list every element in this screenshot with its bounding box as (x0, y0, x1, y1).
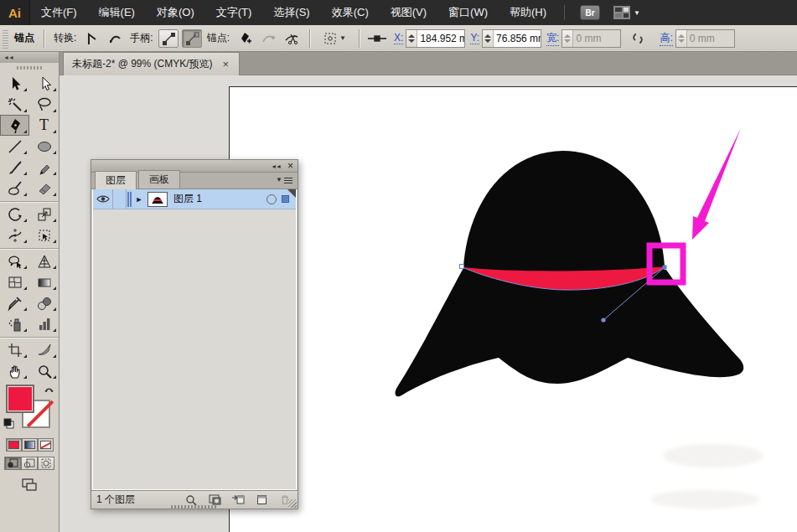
blend-tool[interactable] (29, 292, 59, 313)
controlbar-grip[interactable] (3, 28, 8, 49)
panel-resize-grip[interactable] (288, 499, 297, 508)
menu-bar: Ai 文件(F) 编辑(E) 对象(O) 文字(T) 选择(S) 效果(C) 视… (0, 0, 797, 25)
eraser-tool[interactable] (29, 178, 59, 199)
magic-wand-tool[interactable] (0, 94, 29, 115)
type-tool[interactable]: T (29, 115, 59, 136)
free-transform-tool[interactable] (29, 225, 59, 245)
illustrator-window: Ai 文件(F) 编辑(E) 对象(O) 文字(T) 选择(S) 效果(C) 视… (0, 0, 797, 532)
ellipse-tool[interactable] (29, 136, 59, 157)
artboard-tool[interactable] (0, 339, 29, 360)
screen-mode-button[interactable] (0, 478, 59, 492)
menu-edit[interactable]: 编辑(E) (88, 0, 146, 25)
layer-count: 1 个图层 (96, 493, 175, 507)
tab-artboards[interactable]: 画板 (138, 170, 180, 189)
scale-tool[interactable] (29, 204, 59, 225)
tab-layers[interactable]: 图层 (95, 171, 137, 189)
right-anchor-point[interactable] (663, 266, 667, 270)
menu-view[interactable]: 视图(V) (380, 0, 437, 25)
tools-panel-header[interactable]: ◄◄ (0, 52, 59, 63)
shape-builder-tool[interactable] (0, 251, 29, 271)
layers-panel-tabs: 图层 画板 ▼ (91, 173, 298, 189)
direct-selection-tool[interactable] (29, 73, 59, 94)
bridge-button[interactable]: Br (580, 5, 600, 20)
draw-inside-button[interactable] (38, 457, 54, 470)
zoom-tool[interactable] (29, 360, 59, 381)
y-spinner[interactable] (483, 30, 494, 47)
collapse-panel-icon[interactable]: ◄◄ (3, 54, 13, 60)
selection-tool[interactable] (0, 73, 29, 94)
bezier-handle-point[interactable] (601, 318, 605, 322)
remove-anchor-button[interactable] (258, 29, 278, 48)
y-field[interactable]: 76.856 mm (482, 29, 541, 48)
x-spinner[interactable] (406, 30, 417, 47)
layer-thumbnail[interactable] (147, 192, 168, 207)
layer-target-circle[interactable] (267, 194, 277, 204)
expand-layer-icon[interactable]: ► (133, 189, 145, 209)
layer-name[interactable]: 图层 1 (170, 192, 267, 206)
show-handles-button[interactable] (158, 29, 179, 48)
none-button[interactable] (38, 438, 54, 452)
paintbrush-tool[interactable] (0, 157, 29, 178)
hat-crown-shape[interactable] (463, 151, 665, 271)
mesh-tool[interactable] (0, 271, 29, 292)
lock-toggle[interactable] (113, 189, 127, 209)
drawing-mode-buttons (0, 457, 59, 470)
line-segment-tool[interactable] (0, 136, 29, 157)
fill-swatch[interactable] (6, 385, 34, 413)
menu-object[interactable]: 对象(O) (146, 0, 205, 25)
draw-normal-button[interactable] (4, 457, 21, 470)
slice-tool[interactable] (29, 339, 59, 360)
default-swatches-icon[interactable] (3, 418, 15, 432)
add-anchor-button[interactable] (235, 29, 255, 48)
isolate-selection-button[interactable]: ▼ (318, 29, 351, 48)
menu-separator (564, 5, 565, 20)
tools-panel-grip[interactable] (0, 63, 59, 73)
gradient-tool[interactable] (29, 271, 59, 292)
menu-window[interactable]: 窗口(W) (437, 0, 499, 25)
dropdown-arrow-icon: ▼ (339, 34, 346, 42)
color-type-buttons (0, 438, 59, 452)
blob-brush-tool[interactable] (0, 178, 29, 199)
perspective-grid-tool[interactable] (29, 251, 59, 271)
menu-help[interactable]: 帮助(H) (499, 0, 557, 25)
cut-path-button[interactable] (282, 29, 302, 48)
new-layer-icon[interactable] (254, 493, 269, 507)
convert-label: 转换: (54, 31, 76, 45)
workspace-switcher[interactable]: ▼ (613, 6, 640, 19)
convert-to-smooth-button[interactable] (105, 29, 125, 48)
hand-tool[interactable] (0, 360, 29, 381)
layer-row[interactable]: ► 图层 1 (93, 189, 296, 209)
panel-bottom-grip[interactable] (171, 505, 218, 509)
x-label: X: (394, 32, 403, 44)
panel-menu-icon[interactable]: ▼ (276, 176, 292, 183)
collapse-icons-icon[interactable]: ◄◄ (271, 163, 281, 169)
pencil-tool[interactable] (29, 157, 59, 178)
pen-tool[interactable] (0, 115, 29, 136)
menu-file[interactable]: 文件(F) (30, 0, 88, 25)
left-anchor-point[interactable] (460, 265, 464, 269)
panel-close-icon[interactable]: × (287, 162, 293, 170)
eyedropper-tool[interactable] (0, 292, 29, 313)
width-tool[interactable] (0, 225, 29, 245)
symbol-sprayer-tool[interactable] (0, 313, 29, 334)
tools-panel: ◄◄ T (0, 52, 60, 532)
color-button[interactable] (6, 438, 22, 452)
document-tab[interactable]: 未标题-2* @ 99% (CMYK/预览) × (63, 52, 240, 75)
visibility-toggle[interactable] (93, 189, 113, 209)
hide-handles-button[interactable] (182, 29, 202, 48)
menu-type[interactable]: 文字(T) (205, 0, 263, 25)
draw-behind-button[interactable] (21, 457, 38, 470)
swap-fill-stroke-icon[interactable] (44, 385, 55, 399)
ai-logo-icon[interactable]: Ai (0, 0, 30, 25)
rotate-tool[interactable] (0, 204, 29, 225)
menu-effect[interactable]: 效果(C) (321, 0, 380, 25)
gradient-button[interactable] (22, 438, 38, 452)
menu-select[interactable]: 选择(S) (262, 0, 320, 25)
x-field[interactable]: 184.952 m (406, 29, 465, 48)
constrain-proportions-icon[interactable] (628, 29, 648, 48)
new-sublayer-icon[interactable] (230, 493, 246, 507)
column-graph-tool[interactable] (29, 313, 59, 334)
lasso-tool[interactable] (29, 94, 59, 115)
tab-close-icon[interactable]: × (221, 58, 231, 70)
convert-to-corner-button[interactable] (81, 29, 101, 48)
